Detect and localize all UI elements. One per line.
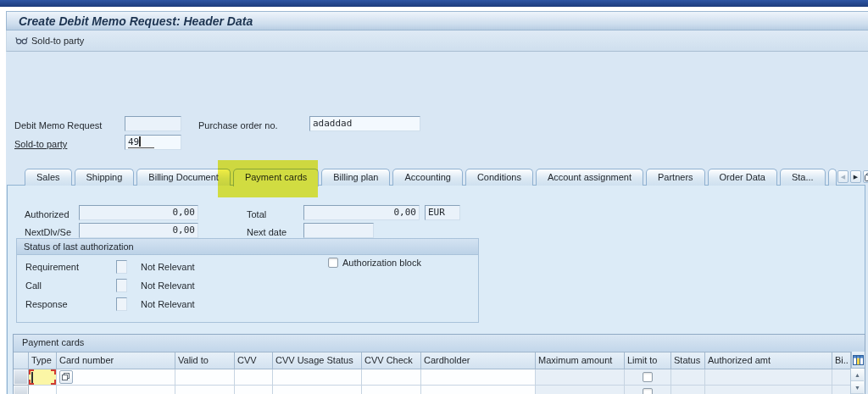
table-row [14,386,865,394]
payment-cards-tab-panel: Authorized 0,00 Total 0,00 EUR NextDlv/S… [7,185,865,394]
cell-valid-to[interactable] [175,369,235,386]
sold-to-party-field[interactable]: 49 [125,135,181,150]
limit-to-checkbox[interactable] [643,372,653,382]
debit-memo-request-field[interactable] [125,116,181,131]
column-header-cvv[interactable]: CVV [235,352,273,369]
row-selector[interactable] [14,369,29,386]
payment-cards-table-title: Payment cards [14,335,865,352]
glasses-icon [15,35,28,47]
sold-to-party-display-button[interactable]: Sold-to party [12,33,91,48]
column-header-maximum-amount[interactable]: Maximum amount [536,352,625,369]
tab-scroll-controls: ◀ ▶ [837,170,868,183]
cell-limit-to[interactable] [625,369,671,386]
clipped-tab-edge [828,169,837,186]
cell-cvv[interactable] [235,369,273,386]
column-header-authorized-amt[interactable]: Authorized amt [705,352,832,369]
cell-authorized-amt [705,386,832,394]
cell-limit-to[interactable] [625,386,671,394]
tab-shipping[interactable]: Shipping [75,169,135,186]
debit-memo-request-label: Debit Memo Request [14,118,102,133]
tab-account-assignment[interactable]: Account assignment [536,169,643,186]
authorization-block-option[interactable]: Authorization block [328,258,421,268]
column-header-cvv-check[interactable]: CVV Check [362,352,421,369]
column-header-valid-to[interactable]: Valid to [175,352,235,369]
overlapping-sheets-icon [62,373,70,381]
value-help-button[interactable] [59,370,73,384]
cell-status [671,369,705,386]
column-header-card-number[interactable]: Card number [57,352,175,369]
purchase-order-label: Purchase order no. [198,118,278,133]
cell-cardholder[interactable] [421,386,536,394]
column-header-type[interactable]: Type [29,352,57,369]
cell-cvv-check[interactable] [362,369,421,386]
tab-scroll-right-button[interactable]: ▶ [850,170,861,183]
cell-cvv-check[interactable] [362,386,421,394]
cell-maximum-amount [536,386,625,394]
column-header-cvv-usage-status[interactable]: CVV Usage Status [273,352,362,369]
groupbox-title: Status of last authorization [17,239,478,255]
table-settings-button[interactable] [851,352,865,369]
cell-cardholder[interactable] [421,369,536,386]
table-vertical-scrollbar[interactable]: ▲ ▼ [850,369,865,394]
cell-card-number[interactable] [57,369,175,386]
text-caret [31,372,33,383]
table-body [14,369,865,394]
column-header-cardholder[interactable]: Cardholder [421,352,536,369]
tab-billing-document[interactable]: Billing Document [136,169,231,186]
tab-payment-cards[interactable]: Payment cards [233,169,319,186]
column-header-limit-to[interactable]: Limit to [625,352,671,369]
row-selector-header[interactable] [14,352,29,369]
cell-authorized-amt [705,369,832,386]
table-configuration-icon [853,355,864,365]
tab-accounting[interactable]: Accounting [392,169,462,186]
tab-sales[interactable]: Sales [25,169,72,186]
scroll-down-button[interactable]: ▼ [851,381,864,394]
tab-partners[interactable]: Partners [646,169,705,186]
cell-valid-to[interactable] [175,386,235,394]
authorization-block-checkbox[interactable] [328,258,338,268]
tab-conditions[interactable]: Conditions [465,169,533,186]
text-caret [139,136,141,147]
status-value-field [116,279,127,292]
application-toolbar: Sold-to party [6,31,868,52]
next-date-field[interactable] [303,223,374,238]
screen-titlebar: Create Debit Memo Request: Header Data [6,11,868,31]
total-label: Total [247,207,266,222]
sap-window: Create Debit Memo Request: Header Data S… [0,0,868,394]
status-text: Not Relevant [141,299,195,309]
column-header-bi[interactable]: Bi.. [832,352,851,369]
tab-scroll-left-button[interactable]: ◀ [837,170,849,183]
authorized-label: Authorized [25,207,70,222]
cell-cvv-usage-status[interactable] [273,369,362,386]
window-top-frame [0,0,868,7]
tab-sta[interactable]: Sta... [780,169,826,186]
cell-maximum-amount [536,369,625,386]
purchase-order-field[interactable]: adaddad [309,116,420,131]
cell-cvv-usage-status[interactable] [273,386,362,394]
limit-to-checkbox[interactable] [643,388,653,394]
toolbar-button-label: Sold-to party [31,36,84,46]
status-of-last-authorization-box: Status of last authorization Requirement… [16,238,479,323]
scroll-up-button[interactable]: ▲ [851,369,864,381]
authorization-block-label: Authorization block [342,258,421,268]
total-field[interactable]: 0,00 [303,205,420,220]
column-header-status[interactable]: Status [671,352,705,369]
currency-field[interactable]: EUR [425,205,460,220]
status-row-response: ResponseNot Relevant [17,295,478,314]
cell-bi [832,369,851,386]
tab-strip: SalesShippingBilling DocumentPayment car… [25,169,838,186]
nextdlv-field[interactable]: 0,00 [79,223,198,238]
sold-to-party-label: Sold-to party [14,136,67,152]
cell-type[interactable] [29,386,57,394]
tab-order-data[interactable]: Order Data [708,169,777,186]
row-selector[interactable] [14,386,29,394]
cell-type[interactable] [29,369,57,386]
authorized-field[interactable]: 0,00 [79,205,198,220]
status-text: Not Relevant [141,262,195,272]
table-row [14,369,865,386]
tab-billing-plan[interactable]: Billing plan [321,169,390,186]
cell-cvv[interactable] [235,386,273,394]
tab-overview-button[interactable] [863,170,868,183]
cell-card-number[interactable] [57,386,175,394]
status-text: Not Relevant [141,280,195,291]
